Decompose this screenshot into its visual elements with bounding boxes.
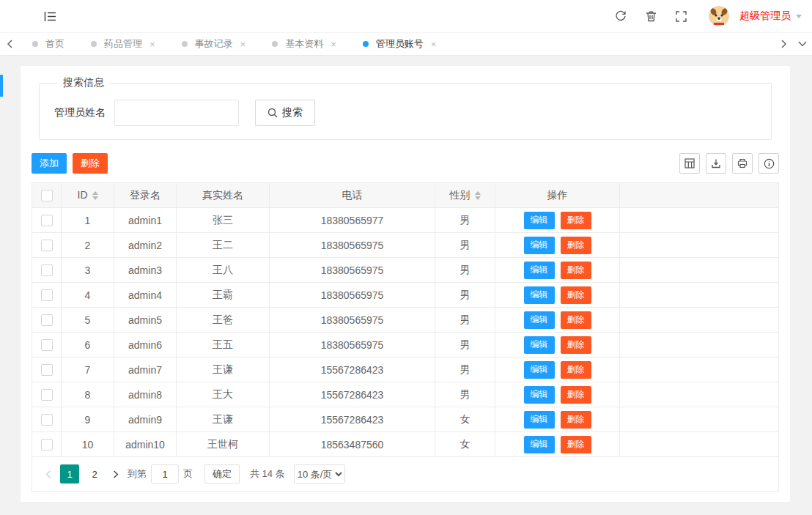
admin-name-input[interactable] (114, 100, 239, 126)
search-panel: 搜索信息 管理员姓名 搜索 (39, 76, 772, 140)
export-icon[interactable] (706, 153, 726, 174)
refresh-icon[interactable] (615, 10, 627, 22)
sort-gender-icon[interactable] (475, 188, 481, 203)
fullscreen-icon[interactable] (676, 11, 687, 22)
tab-close-icon[interactable]: × (431, 39, 437, 50)
tab-close-icon[interactable]: × (331, 39, 336, 50)
row-edit-button[interactable]: 编辑 (524, 212, 555, 229)
tab-item[interactable]: 管理员账号× (350, 33, 450, 55)
pagination-next-icon[interactable] (108, 470, 123, 478)
col-header-login: 登录名 (114, 183, 177, 208)
chevron-down-icon (796, 15, 802, 21)
trash-icon[interactable] (646, 10, 657, 22)
tab-item[interactable]: 首页 (19, 33, 78, 55)
table-row: 7admin7王谦15567286423男编辑删除 (32, 357, 779, 382)
tab-dot-icon (91, 41, 97, 47)
row-checkbox[interactable] (41, 389, 53, 401)
col-header-id[interactable]: ID (62, 183, 114, 208)
tab-list: 首页药品管理×事故记录×基本资料×管理员账号× (19, 33, 774, 55)
row-checkbox[interactable] (41, 240, 53, 251)
cell-login: admin3 (114, 258, 177, 283)
tab-close-icon[interactable]: × (240, 39, 246, 50)
search-panel-title: 搜索信息 (57, 76, 110, 89)
tab-item[interactable]: 基本资料× (259, 33, 350, 55)
cell-filler (620, 283, 779, 308)
row-delete-button[interactable]: 删除 (561, 386, 591, 404)
goto-page-input[interactable] (151, 464, 179, 483)
row-delete-button[interactable]: 删除 (561, 361, 591, 379)
pagination-prev-icon[interactable] (41, 470, 56, 478)
delete-button[interactable]: 删除 (73, 153, 108, 174)
pagination-page-1[interactable]: 1 (60, 464, 79, 483)
search-icon (267, 108, 278, 118)
row-delete-button[interactable]: 删除 (561, 336, 591, 354)
pagination-page-2[interactable]: 2 (85, 464, 104, 483)
add-button[interactable]: 添加 (32, 153, 67, 174)
row-checkbox[interactable] (41, 289, 53, 301)
tab-bar: 首页药品管理×事故记录×基本资料×管理员账号× (0, 33, 812, 56)
row-edit-button[interactable]: 编辑 (524, 361, 555, 379)
cell-real-name: 王世柯 (177, 432, 270, 457)
columns-filter-icon[interactable] (679, 153, 700, 174)
cell-id: 6 (62, 333, 114, 357)
select-all-checkbox[interactable] (41, 190, 53, 201)
cell-real-name: 王二 (177, 233, 270, 258)
cell-phone: 18380565975 (270, 233, 435, 258)
confirm-page-button[interactable]: 确定 (204, 464, 240, 483)
row-checkbox[interactable] (41, 364, 53, 376)
tabs-scroll-right-icon[interactable] (774, 33, 793, 55)
row-edit-button[interactable]: 编辑 (524, 386, 555, 404)
row-checkbox[interactable] (41, 264, 53, 276)
info-icon[interactable] (759, 153, 779, 174)
row-edit-button[interactable]: 编辑 (524, 286, 555, 304)
tab-close-icon[interactable]: × (150, 39, 155, 50)
cell-real-name: 王谦 (177, 407, 270, 432)
row-delete-button[interactable]: 删除 (561, 436, 591, 453)
row-checkbox[interactable] (41, 339, 53, 351)
tab-item[interactable]: 药品管理× (78, 33, 169, 55)
cell-filler (620, 233, 779, 258)
tabs-dropdown-icon[interactable] (793, 33, 812, 55)
cell-id: 8 (62, 382, 114, 407)
row-delete-button[interactable]: 删除 (561, 311, 591, 329)
sort-id-icon[interactable] (92, 188, 98, 203)
row-delete-button[interactable]: 删除 (561, 411, 591, 429)
cell-real-name: 王五 (177, 333, 270, 357)
cell-phone: 18563487560 (270, 432, 435, 457)
tabs-scroll-left-icon[interactable] (0, 33, 19, 55)
row-delete-button[interactable]: 删除 (561, 286, 591, 304)
cell-real-name: 王霸 (177, 283, 270, 308)
cell-filler (620, 333, 779, 357)
row-checkbox[interactable] (41, 439, 53, 451)
cell-login: admin9 (114, 407, 177, 432)
cell-phone: 18380565975 (270, 308, 435, 333)
row-edit-button[interactable]: 编辑 (524, 262, 555, 279)
page-size-select[interactable]: 10 条/页 (294, 464, 345, 483)
row-checkbox[interactable] (41, 215, 53, 226)
username: 超级管理员 (739, 10, 791, 23)
avatar[interactable] (709, 6, 729, 26)
cell-gender: 男 (435, 382, 495, 407)
user-menu[interactable]: 超级管理员 (739, 10, 802, 23)
search-button[interactable]: 搜索 (255, 100, 315, 126)
row-edit-button[interactable]: 编辑 (524, 411, 555, 429)
row-edit-button[interactable]: 编辑 (524, 336, 555, 354)
row-edit-button[interactable]: 编辑 (524, 436, 555, 453)
row-delete-button[interactable]: 删除 (561, 212, 591, 229)
row-edit-button[interactable]: 编辑 (524, 311, 555, 329)
header-actions: 超级管理员 (596, 6, 802, 26)
row-checkbox[interactable] (41, 414, 53, 426)
table-header-row: ID 登录名 真实姓名 电话 性别 操作 (32, 183, 779, 208)
menu-toggle-icon[interactable] (44, 11, 56, 22)
table-row: 8admin8王大15567286423男编辑删除 (32, 382, 779, 407)
row-delete-button[interactable]: 删除 (561, 237, 591, 254)
tab-item[interactable]: 事故记录× (169, 33, 259, 55)
row-edit-button[interactable]: 编辑 (524, 237, 555, 254)
col-header-gender[interactable]: 性别 (435, 183, 495, 208)
row-delete-button[interactable]: 删除 (561, 262, 591, 279)
cell-login: admin7 (114, 357, 177, 382)
cell-id: 3 (62, 258, 114, 283)
cell-gender: 女 (435, 407, 495, 432)
row-checkbox[interactable] (41, 314, 53, 326)
print-icon[interactable] (732, 153, 753, 174)
